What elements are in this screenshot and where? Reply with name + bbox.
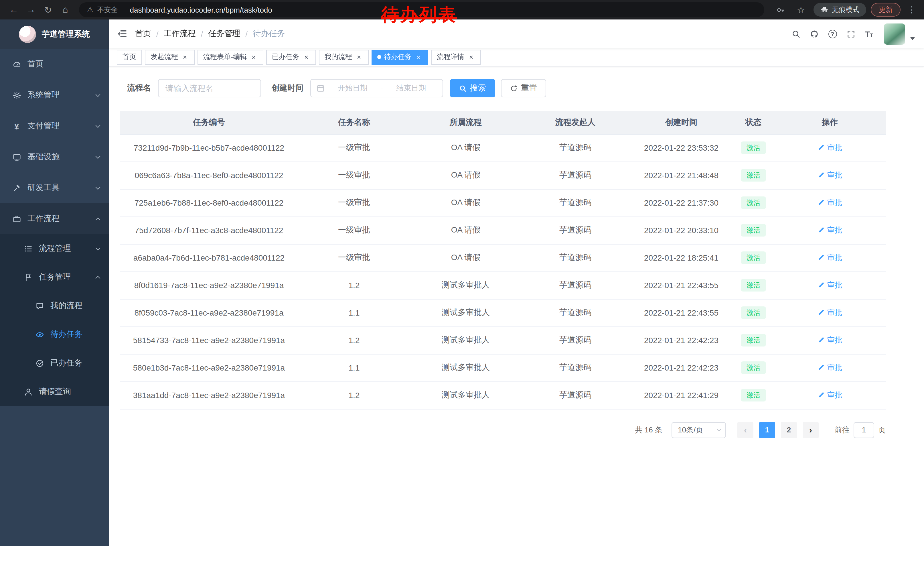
- browser-toolbar: ← → ↻ ⌂ ⚠ 不安全 dashboard.yudao.iocoder.cn…: [0, 0, 924, 20]
- tab-start-process[interactable]: 发起流程×: [145, 50, 195, 65]
- process-name-input[interactable]: [158, 79, 261, 98]
- page-button-1[interactable]: 1: [759, 422, 775, 438]
- browser-menu-icon[interactable]: ⋮: [905, 5, 918, 15]
- task-id-cell: 73211d9d-7b9b-11ec-b5b7-acde48001122: [120, 134, 298, 162]
- sidebar-item-system[interactable]: 系统管理: [0, 80, 109, 111]
- breadcrumb-workflow[interactable]: 工作流程: [164, 29, 196, 39]
- font-size-icon[interactable]: TT: [861, 26, 877, 42]
- goto-page-input[interactable]: [854, 422, 874, 438]
- close-icon[interactable]: ×: [302, 53, 310, 61]
- status-badge: 激活: [741, 362, 766, 374]
- fullscreen-icon[interactable]: [843, 26, 859, 42]
- approve-link[interactable]: 审批: [818, 280, 842, 290]
- breadcrumb-home[interactable]: 首页: [135, 29, 151, 39]
- close-icon[interactable]: ×: [414, 53, 423, 61]
- sidebar-item-infra[interactable]: 基础设施: [0, 141, 109, 173]
- sidebar-collapse-icon[interactable]: [117, 29, 127, 39]
- approve-link[interactable]: 审批: [818, 170, 842, 180]
- reset-button[interactable]: 重置: [501, 79, 546, 98]
- sidebar-item-todo-tasks[interactable]: 待办任务: [0, 320, 109, 349]
- action-cell: 审批: [774, 134, 886, 162]
- chevron-down-icon: [717, 427, 722, 432]
- date-range-picker[interactable]: 开始日期 - 结束日期: [310, 79, 443, 98]
- page-button-2[interactable]: 2: [781, 422, 797, 438]
- approve-link[interactable]: 审批: [818, 390, 842, 400]
- approve-link[interactable]: 审批: [818, 335, 842, 345]
- tab-done-tasks[interactable]: 已办任务×: [266, 50, 316, 65]
- close-icon[interactable]: ×: [467, 53, 475, 61]
- reload-icon[interactable]: ↻: [40, 2, 56, 18]
- sidebar-item-workflow[interactable]: 工作流程: [0, 203, 109, 234]
- sidebar-item-process-mgmt[interactable]: 流程管理: [0, 234, 109, 263]
- chevron-down-icon: [96, 185, 100, 189]
- back-icon[interactable]: ←: [6, 2, 22, 18]
- github-icon[interactable]: [806, 26, 822, 42]
- approve-link[interactable]: 审批: [818, 252, 842, 263]
- key-icon[interactable]: [772, 2, 788, 18]
- app-logo-row[interactable]: 芋道管理系统: [0, 20, 109, 49]
- filter-form: 流程名 创建时间 开始日期 - 结束日期: [120, 79, 886, 98]
- table-row: 069c6a63-7b8a-11ec-8ef0-acde48001122 一级审…: [120, 162, 886, 189]
- close-icon[interactable]: ×: [355, 53, 363, 61]
- table-row: 73211d9d-7b9b-11ec-b5b7-acde48001122 一级审…: [120, 134, 886, 162]
- sidebar-item-home[interactable]: 首页: [0, 49, 109, 80]
- incognito-icon: [820, 6, 828, 14]
- task-id-cell: 8f059c03-7ac8-11ec-a9e2-a2380e71991a: [120, 299, 298, 326]
- sidebar-item-payment[interactable]: ¥ 支付管理: [0, 111, 109, 141]
- tab-form-edit[interactable]: 流程表单-编辑×: [198, 50, 263, 65]
- approve-link[interactable]: 审批: [818, 363, 842, 373]
- forward-icon[interactable]: →: [23, 2, 39, 18]
- task-id-cell: 58154733-7ac8-11ec-a9e2-a2380e71991a: [120, 326, 298, 354]
- goto-page: 前往 页: [835, 422, 886, 438]
- total-count: 共 16 条: [635, 425, 662, 435]
- chevron-down-icon[interactable]: [910, 37, 915, 40]
- approve-link[interactable]: 审批: [818, 143, 842, 153]
- bookmark-star-icon[interactable]: ☆: [793, 2, 809, 18]
- page-size-select[interactable]: 10条/页: [672, 422, 726, 438]
- col-task-name: 任务名称: [298, 111, 411, 134]
- create-time-label: 创建时间: [272, 83, 303, 93]
- search-icon[interactable]: [788, 26, 804, 42]
- approve-link[interactable]: 审批: [818, 198, 842, 208]
- page-content: 流程名 创建时间 开始日期 - 结束日期: [109, 66, 924, 563]
- task-id-cell: a6aba0a4-7b6d-11ec-b781-acde48001122: [120, 244, 298, 272]
- update-button[interactable]: 更新: [871, 3, 900, 17]
- tab-todo-tasks[interactable]: 待办任务×: [372, 50, 428, 65]
- action-cell: 审批: [774, 381, 886, 409]
- approve-link[interactable]: 审批: [818, 225, 842, 236]
- sidebar-item-devtools[interactable]: 研发工具: [0, 173, 109, 203]
- help-icon[interactable]: ?: [824, 26, 840, 42]
- close-icon[interactable]: ×: [250, 53, 258, 61]
- edit-icon: [818, 336, 825, 344]
- sidebar-item-done-tasks[interactable]: 已办任务: [0, 349, 109, 377]
- breadcrumb-separator: /: [156, 29, 159, 38]
- breadcrumb: 首页 / 工作流程 / 任务管理 / 待办任务: [135, 29, 285, 39]
- prev-page-button[interactable]: ‹: [737, 422, 753, 438]
- next-page-button[interactable]: ›: [802, 422, 819, 438]
- sidebar: 芋道管理系统 首页 系统管理 ¥ 支付管: [0, 20, 109, 546]
- tab-home[interactable]: 首页: [117, 50, 142, 65]
- pagination: 共 16 条 10条/页 ‹ 1 2 › 前往 页: [120, 422, 886, 438]
- sidebar-item-my-process[interactable]: 我的流程: [0, 291, 109, 320]
- task-id-cell: 580e1b3d-7ac8-11ec-a9e2-a2380e71991a: [120, 354, 298, 381]
- tab-my-process[interactable]: 我的流程×: [319, 50, 369, 65]
- breadcrumb-task-mgmt[interactable]: 任务管理: [208, 29, 240, 39]
- initiator-cell: 芋道源码: [521, 272, 630, 299]
- initiator-cell: 芋道源码: [521, 189, 630, 216]
- initiator-cell: 芋道源码: [521, 354, 630, 381]
- table-row: 725a1eb6-7b88-11ec-8ef0-acde48001122 一级审…: [120, 189, 886, 216]
- briefcase-icon: [12, 215, 22, 223]
- edit-icon: [818, 364, 825, 371]
- close-icon[interactable]: ×: [181, 53, 189, 61]
- tab-process-detail[interactable]: 流程详情×: [431, 50, 481, 65]
- created-cell: 2022-01-21 22:41:29: [630, 381, 733, 409]
- process-cell: 测试多审批人: [411, 354, 521, 381]
- search-button[interactable]: 搜索: [450, 79, 495, 98]
- sidebar-item-task-mgmt[interactable]: 任务管理: [0, 263, 109, 291]
- home-icon[interactable]: ⌂: [57, 2, 73, 18]
- sidebar-item-leave-query[interactable]: 请假查询: [0, 377, 109, 406]
- initiator-cell: 芋道源码: [521, 381, 630, 409]
- col-process: 所属流程: [411, 111, 521, 134]
- approve-link[interactable]: 审批: [818, 308, 842, 318]
- avatar[interactable]: [884, 23, 905, 44]
